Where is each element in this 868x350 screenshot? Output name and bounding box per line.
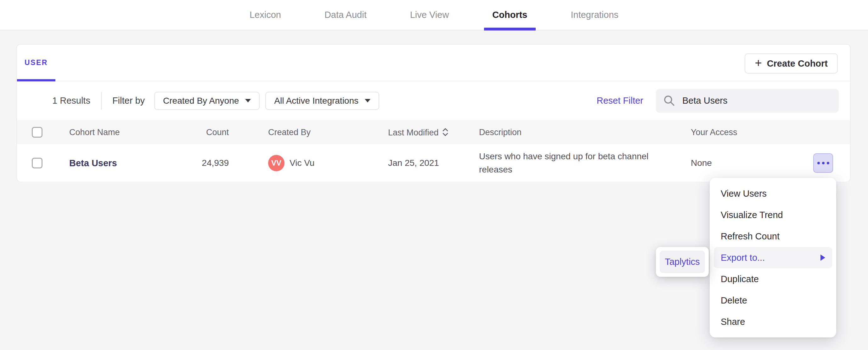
filter-by-label: Filter by (112, 96, 145, 106)
divider (101, 92, 102, 110)
menu-item-duplicate[interactable]: Duplicate (714, 268, 832, 290)
tab-data-audit[interactable]: Data Audit (316, 0, 375, 30)
created-by-cell: VV Vic Vu (268, 155, 314, 171)
active-integrations-dropdown[interactable]: All Active Integrations (265, 92, 379, 110)
tab-label: Integrations (571, 10, 619, 20)
select-all-checkbox[interactable] (32, 127, 42, 138)
tab-label: Live View (410, 10, 449, 20)
header-created-by[interactable]: Created By (268, 127, 311, 137)
tab-label: Lexicon (250, 10, 281, 20)
menu-item-refresh-count[interactable]: Refresh Count (714, 225, 832, 247)
top-navigation: Lexicon Data Audit Live View Cohorts Int… (241, 0, 627, 30)
menu-item-view-users[interactable]: View Users (714, 183, 832, 204)
menu-item-label: Export to... (721, 253, 765, 263)
chevron-down-icon (365, 99, 370, 102)
tab-label: USER (25, 59, 48, 67)
tab-label: Cohorts (492, 10, 527, 20)
active-tab-indicator (17, 79, 55, 81)
header-count[interactable]: Count (149, 127, 229, 137)
active-tab-indicator (484, 28, 535, 31)
circle-icon (817, 162, 820, 164)
results-count: 1 Results (52, 96, 90, 106)
create-cohort-button[interactable]: + Create Cohort (745, 54, 838, 73)
cohort-name-link[interactable]: Beta Users (69, 158, 117, 168)
tab-live-view[interactable]: Live View (402, 0, 457, 30)
dropdown-value: Created By Anyone (163, 96, 239, 106)
plus-icon: + (755, 57, 762, 69)
cohorts-panel: USER + Create Cohort 1 Results Filter by… (17, 44, 851, 182)
search-box[interactable] (656, 89, 839, 113)
table-header: Cohort Name Count Created By Last Modifi… (17, 120, 850, 144)
menu-item-export-to[interactable]: Export to... (714, 247, 832, 268)
header-your-access: Your Access (691, 127, 737, 137)
chevron-down-icon (245, 99, 251, 102)
submenu-arrow-icon (820, 254, 825, 261)
row-actions-menu: View Users Visualize Trend Refresh Count… (710, 178, 836, 338)
tab-user[interactable]: USER (17, 45, 55, 81)
circle-icon (827, 162, 829, 164)
cohort-description: Users who have signed up for beta channe… (479, 150, 668, 176)
menu-item-visualize-trend[interactable]: Visualize Trend (714, 204, 832, 225)
search-icon (663, 95, 675, 107)
more-actions-button[interactable] (813, 153, 833, 173)
row-checkbox[interactable] (32, 158, 42, 168)
created-by-name: Vic Vu (289, 158, 314, 168)
dropdown-value: All Active Integrations (274, 96, 359, 106)
header-description: Description (479, 127, 668, 137)
header-cohort-name[interactable]: Cohort Name (69, 127, 120, 137)
tab-cohorts[interactable]: Cohorts (484, 0, 535, 30)
avatar: VV (268, 155, 284, 171)
submenu-item-taplytics[interactable]: Taplytics (660, 251, 705, 273)
your-access-value: None (691, 158, 712, 168)
create-cohort-label: Create Cohort (767, 59, 828, 69)
export-submenu: Taplytics (656, 247, 709, 277)
menu-item-delete[interactable]: Delete (714, 290, 832, 311)
table-row[interactable]: Beta Users 24,939 VV Vic Vu Jan 25, 2021… (17, 144, 850, 182)
cohort-count: 24,939 (149, 158, 229, 168)
circle-icon (822, 162, 825, 164)
tab-integrations[interactable]: Integrations (563, 0, 627, 30)
last-modified-date: Jan 25, 2021 (388, 158, 439, 168)
tab-lexicon[interactable]: Lexicon (241, 0, 289, 30)
search-input[interactable] (682, 96, 827, 106)
created-by-dropdown[interactable]: Created By Anyone (154, 92, 260, 110)
menu-item-share[interactable]: Share (714, 311, 832, 332)
header-last-modified[interactable]: Last Modified (388, 127, 449, 137)
tab-label: Data Audit (324, 10, 367, 20)
sort-icon[interactable] (442, 127, 449, 137)
panel-tab-strip: USER + Create Cohort (17, 45, 850, 81)
reset-filter-link[interactable]: Reset Filter (597, 96, 643, 106)
top-bar: Lexicon Data Audit Live View Cohorts Int… (0, 0, 868, 31)
filter-bar: 1 Results Filter by Created By Anyone Al… (17, 81, 850, 120)
header-label: Last Modified (388, 128, 439, 137)
